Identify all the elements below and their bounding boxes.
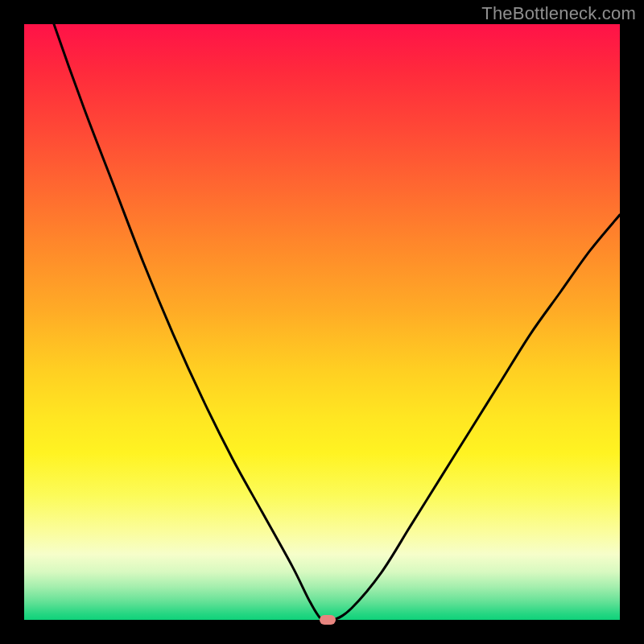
plot-area <box>24 24 620 620</box>
curve-svg <box>24 24 620 620</box>
optimal-point-marker <box>320 615 336 625</box>
chart-frame: TheBottleneck.com <box>0 0 644 644</box>
watermark-text: TheBottleneck.com <box>481 3 636 24</box>
bottleneck-curve <box>24 24 620 620</box>
